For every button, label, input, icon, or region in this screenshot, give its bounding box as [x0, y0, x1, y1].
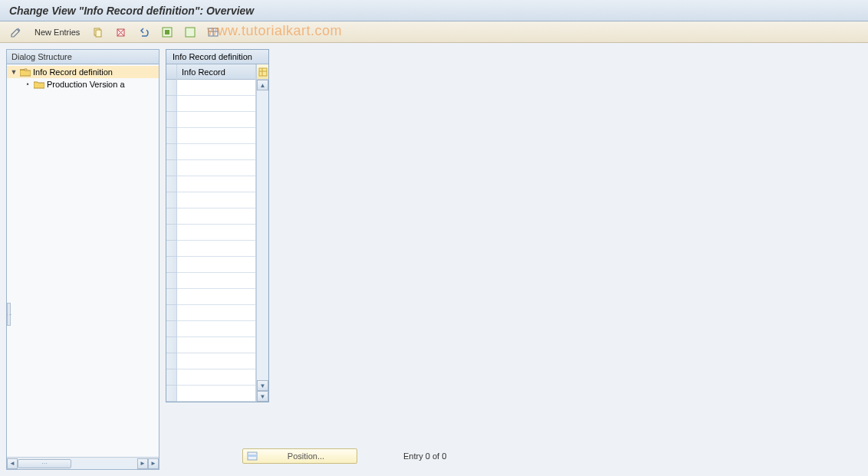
main-content-area: Dialog Structure ▼ Info Record definitio… — [0, 43, 868, 476]
tree-node-label: Info Record definition — [33, 67, 113, 77]
table-cell[interactable] — [177, 192, 255, 208]
deselect-all-button[interactable] — [180, 25, 200, 40]
table-cell[interactable] — [177, 208, 255, 225]
scrollbar-track[interactable] — [257, 90, 268, 380]
row-selector-column — [166, 64, 177, 402]
table-settings-button[interactable] — [203, 25, 223, 40]
scroll-down-button[interactable]: ▼ — [257, 380, 268, 391]
row-selector-cell[interactable] — [166, 305, 176, 321]
table-cell[interactable] — [177, 80, 255, 96]
info-record-column-header[interactable]: Info Record — [177, 64, 255, 80]
copy-as-button[interactable] — [88, 25, 108, 40]
row-selector-cell[interactable] — [166, 160, 176, 176]
position-label: Position... — [258, 451, 353, 461]
row-selector-cell[interactable] — [166, 208, 176, 225]
table-grid: Info Record ▲ ▼ ▼ — [166, 64, 268, 402]
watermark-text: www.tutorialkart.com — [207, 23, 342, 39]
row-selector-cell[interactable] — [166, 112, 176, 128]
table-cell[interactable] — [177, 337, 255, 353]
table-cell[interactable] — [177, 128, 255, 144]
svg-rect-9 — [259, 68, 267, 76]
table-cell[interactable] — [177, 225, 255, 241]
tree-horizontal-scrollbar[interactable]: ◄ ⋯ ► ► — [7, 457, 159, 469]
row-selector-cell[interactable] — [166, 337, 176, 353]
copy-icon — [92, 26, 104, 38]
page-title-bar: Change View "Info Record definition": Ov… — [0, 0, 868, 21]
content-panel: Info Record definition Info Record ▲ — [166, 49, 862, 470]
position-button[interactable]: Position... — [242, 448, 357, 464]
info-record-table-container: Info Record definition Info Record ▲ — [166, 49, 269, 402]
new-entries-button[interactable]: New Entries — [29, 25, 85, 40]
scroll-end-button[interactable]: ► — [148, 458, 159, 469]
folder-open-icon — [20, 68, 31, 77]
svg-rect-1 — [96, 30, 101, 37]
table-cell[interactable] — [177, 321, 255, 337]
row-selector-cell[interactable] — [166, 241, 176, 257]
info-record-column: Info Record — [177, 64, 256, 402]
svg-rect-4 — [165, 30, 169, 34]
folder-closed-icon — [34, 80, 44, 89]
table-cell[interactable] — [177, 353, 255, 369]
application-toolbar: New Entries www.tutorialkart.com — [0, 21, 868, 43]
row-selector-cell[interactable] — [166, 257, 176, 273]
row-selector-cell[interactable] — [166, 353, 176, 369]
row-selector-header[interactable] — [166, 64, 176, 80]
table-cell[interactable] — [177, 241, 255, 257]
svg-rect-5 — [186, 28, 195, 37]
row-selector-cell[interactable] — [166, 386, 176, 402]
table-config-button[interactable] — [257, 64, 268, 80]
row-selector-cell[interactable] — [166, 176, 176, 192]
undo-button[interactable] — [134, 25, 154, 40]
expand-collapse-icon[interactable]: ▼ — [10, 68, 18, 76]
tree-node-info-record-definition[interactable]: ▼ Info Record definition — [7, 66, 159, 78]
column-header-label: Info Record — [182, 67, 225, 77]
select-all-icon — [161, 26, 173, 38]
tree-node-production-version[interactable]: • Production Version a — [7, 78, 159, 90]
row-selector-cell[interactable] — [166, 369, 176, 386]
undo-icon — [138, 26, 150, 38]
page-title: Change View "Info Record definition": Ov… — [9, 5, 254, 17]
row-selector-cell[interactable] — [166, 128, 176, 144]
table-cell[interactable] — [177, 386, 255, 402]
table-cell[interactable] — [177, 160, 255, 176]
table-cell[interactable] — [177, 144, 255, 160]
row-selector-cell[interactable] — [166, 273, 176, 289]
row-selector-cell[interactable] — [166, 225, 176, 241]
row-selector-cell[interactable] — [166, 289, 176, 305]
delete-icon — [115, 26, 127, 38]
delete-button[interactable] — [111, 25, 131, 40]
table-cell[interactable] — [177, 96, 255, 112]
table-config-icon — [258, 67, 268, 77]
table-vertical-scrollbar[interactable]: ▲ ▼ ▼ — [256, 64, 268, 402]
row-selector-cell[interactable] — [166, 96, 176, 112]
table-cell[interactable] — [177, 369, 255, 386]
scroll-bottom-button[interactable]: ▼ — [257, 391, 268, 402]
row-selector-cell[interactable] — [166, 321, 176, 337]
table-cell[interactable] — [177, 112, 255, 128]
table-cell[interactable] — [177, 176, 255, 192]
table-cell[interactable] — [177, 273, 255, 289]
table-cell[interactable] — [177, 305, 255, 321]
scroll-left-button[interactable]: ◄ — [7, 458, 18, 469]
deselect-all-icon — [184, 26, 196, 38]
dialog-structure-tree: ▼ Info Record definition • Production Ve… — [7, 64, 159, 469]
table-title: Info Record definition — [166, 50, 268, 64]
row-selector-cell[interactable] — [166, 192, 176, 208]
pencil-icon — [10, 26, 22, 38]
table-cell[interactable] — [177, 257, 255, 273]
tree-node-label: Production Version a — [47, 80, 125, 89]
new-entries-label: New Entries — [35, 28, 80, 37]
scrollbar-thumb[interactable]: ⋯ — [18, 459, 71, 468]
scroll-up-button[interactable]: ▲ — [257, 80, 268, 90]
select-all-button[interactable] — [157, 25, 177, 40]
svg-rect-13 — [248, 455, 257, 457]
scroll-right-button[interactable]: ► — [137, 458, 148, 469]
table-cell[interactable] — [177, 289, 255, 305]
tree-splitter-handle[interactable]: ⋮ — [7, 303, 11, 326]
row-selector-cell[interactable] — [166, 144, 176, 160]
toggle-display-change-button[interactable] — [6, 25, 26, 40]
leaf-bullet-icon: • — [24, 80, 31, 88]
entry-count-text: Entry 0 of 0 — [403, 451, 446, 461]
row-selector-cell[interactable] — [166, 80, 176, 96]
dialog-structure-panel: Dialog Structure ▼ Info Record definitio… — [6, 49, 159, 470]
